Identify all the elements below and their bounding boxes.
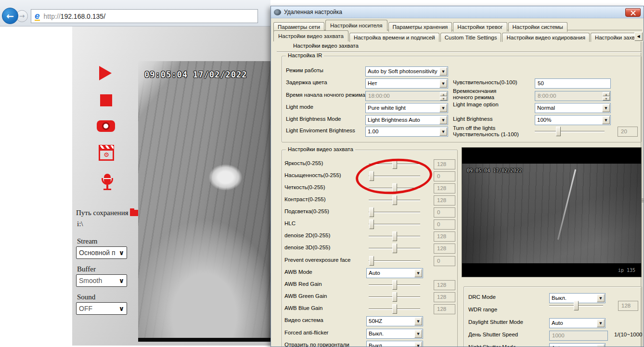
sharpness-value: 128: [434, 183, 455, 193]
tab-time-osd[interactable]: Настройка времени и подписей: [349, 33, 439, 42]
buffer-select[interactable]: Smooth ∨: [76, 274, 127, 287]
preview-image: 09:05:04 17/02/2022: [462, 164, 641, 263]
tab-image-capture[interactable]: Настройки захвата изобр: [591, 33, 635, 42]
close-button[interactable]: [625, 8, 641, 17]
backlight-slider[interactable]: [369, 207, 420, 218]
awb-mode-combo[interactable]: Auto ▼: [366, 268, 423, 278]
wdr-range-value: 128: [618, 301, 638, 311]
capture-group-legend: Настройки видео захвата: [286, 146, 355, 152]
anti-flicker-combo[interactable]: Выкл. ▼: [366, 329, 423, 339]
tab-custom-title[interactable]: Custom Title Settings: [440, 33, 502, 42]
chevron-down-icon: ∨: [119, 249, 124, 257]
awb-blue-slider[interactable]: [369, 304, 420, 314]
light-mode-combo[interactable]: Pure white light ▼: [365, 103, 448, 113]
video-system-combo[interactable]: 50HZ ▼: [366, 316, 423, 326]
preview-video: 09:05:04 17/02/2022 ip 135: [462, 147, 642, 277]
sensitivity-input[interactable]: 50: [535, 78, 611, 89]
night-start-time-spinner: 18:00:00 ▲ ▼: [365, 91, 448, 101]
tab-video-encoding[interactable]: Настройки видео кодирования: [502, 33, 589, 42]
chevron-down-icon: ▼: [414, 330, 422, 338]
address-bar[interactable]: e http://192.168.0.135/: [31, 9, 258, 23]
wdr-range-slider[interactable]: [549, 301, 603, 311]
awb-red-slider[interactable]: [369, 280, 420, 290]
spin-down-icon: ▼: [603, 96, 610, 101]
spin-up-icon: ▲: [603, 92, 610, 96]
day-shutter-speed-input: 1000: [549, 331, 608, 341]
slider-thumb[interactable]: [392, 195, 397, 205]
forward-icon: →: [19, 12, 25, 20]
stream-label: Stream: [77, 237, 98, 245]
prevent-overexposure-value: 0: [434, 256, 455, 266]
slider-thumb[interactable]: [392, 231, 397, 241]
backlight-value: 0: [434, 207, 455, 218]
sound-select[interactable]: OFF ∨: [76, 302, 127, 315]
light-environment-brightness-combo[interactable]: 1.00 ▼: [365, 127, 448, 137]
live-video: 09:05:04 17/02/2022: [138, 61, 270, 342]
prevent-overexposure-slider[interactable]: [369, 256, 420, 266]
stop-button[interactable]: [100, 94, 112, 106]
url-scheme: http://: [44, 13, 61, 20]
preview-camera-label: ip 135: [618, 268, 635, 273]
snapshot-camera-button[interactable]: [97, 120, 115, 132]
tab-media[interactable]: Настройки носителя: [325, 20, 387, 31]
shutter-range-note: 1/(10~1000: [614, 332, 643, 337]
arrow-left-icon: ◀: [637, 34, 640, 39]
slider-thumb[interactable]: [369, 219, 374, 229]
light-image-option-combo[interactable]: Normal ▼: [535, 103, 611, 113]
sound-label: Sound: [77, 293, 95, 301]
tab-scroll-left-button[interactable]: ◀: [634, 32, 643, 41]
flip-horizontal-combo[interactable]: Выкл ▼: [366, 341, 423, 347]
stream-select[interactable]: Основной п ∨: [76, 246, 127, 259]
buffer-label: Buffer: [77, 265, 96, 273]
denoise-3d-slider[interactable]: [369, 244, 420, 254]
chevron-down-icon: ▼: [597, 319, 605, 327]
slider-thumb[interactable]: [392, 244, 397, 253]
slider-thumb[interactable]: [369, 256, 374, 266]
slider-thumb[interactable]: [369, 207, 374, 217]
chevron-down-icon: ▼: [439, 116, 447, 124]
denoise-2d-slider[interactable]: [369, 231, 420, 242]
chevron-down-icon: ▼: [439, 67, 447, 76]
tab-video-capture[interactable]: Настройки видео захвата: [273, 30, 348, 41]
remote-settings-dialog: Удаленная настройка Параметры сетиНастро…: [270, 6, 644, 347]
gear-icon: ⚙: [99, 149, 114, 161]
slider-thumb[interactable]: [574, 301, 579, 310]
hlc-slider[interactable]: [369, 219, 420, 230]
ir-group-legend: Настройка IR: [286, 52, 324, 58]
microphone-button[interactable]: [101, 174, 114, 193]
chevron-down-icon: ▼: [602, 104, 610, 112]
chevron-down-icon: ▼: [414, 269, 422, 277]
chevron-down-icon: ∨: [119, 277, 124, 284]
play-button[interactable]: [99, 66, 112, 80]
slider-thumb[interactable]: [392, 292, 397, 302]
save-path-value: i:\: [77, 220, 83, 228]
scrollbar-grip-icon: [642, 199, 644, 203]
dialog-titlebar[interactable]: Удаленная настройка: [271, 6, 644, 18]
light-brightness-combo[interactable]: 100% ▼: [535, 115, 611, 125]
denoise-3d-value: 128: [434, 244, 455, 254]
slider-thumb[interactable]: [556, 127, 561, 136]
chevron-down-icon: ▼: [414, 317, 422, 325]
brightness-value: 128: [434, 159, 455, 169]
denoise-2d-value: 128: [434, 231, 455, 242]
lights-off-sensitivity-slider[interactable]: [535, 127, 605, 137]
back-icon: ←: [6, 11, 14, 21]
light-brightness-mode-combo[interactable]: Light Brightness Auto ▼: [365, 115, 448, 125]
awb-green-slider[interactable]: [369, 292, 420, 302]
awb-red-value: 128: [434, 280, 455, 290]
awb-green-value: 128: [434, 292, 455, 302]
hlc-value: 0: [434, 219, 455, 230]
chevron-down-icon: ▼: [602, 116, 610, 124]
night-shutter-combo[interactable]: Auto ▼: [549, 343, 605, 347]
color-delay-combo[interactable]: Нет ▼: [365, 78, 448, 89]
daylight-shutter-combo[interactable]: Auto ▼: [549, 318, 605, 328]
chevron-down-icon: ▼: [439, 128, 447, 136]
chevron-down-icon: ▼: [414, 342, 422, 347]
slider-thumb[interactable]: [392, 280, 397, 290]
work-mode-combo[interactable]: Auto by Soft photosensitivity ▼: [365, 66, 448, 77]
contrast-slider[interactable]: [369, 195, 420, 206]
spin-up-icon: ▲: [440, 92, 447, 96]
slider-thumb[interactable]: [392, 304, 397, 314]
record-button[interactable]: ⚙: [99, 145, 114, 161]
back-button[interactable]: ←: [2, 8, 18, 24]
